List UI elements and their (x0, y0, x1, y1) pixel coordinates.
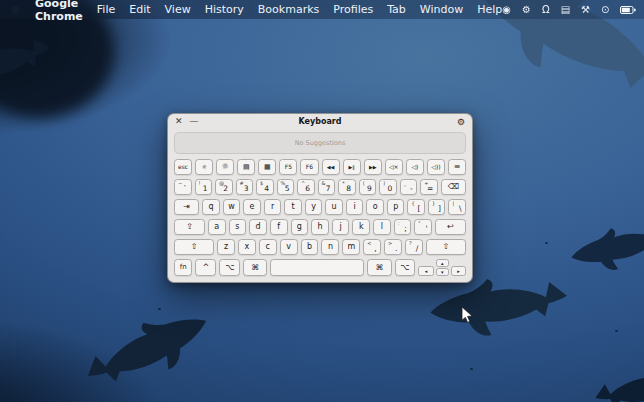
key-g[interactable]: g (291, 219, 309, 235)
menu-item-tab[interactable]: Tab (387, 3, 406, 16)
key-0[interactable]: )0 (379, 179, 397, 195)
key-o[interactable]: o (366, 199, 384, 215)
key-bracket-close[interactable]: }] (428, 199, 446, 215)
menu-app-name[interactable]: Google Chrome (35, 0, 83, 23)
keyboard-settings-button[interactable]: ⚙ (457, 117, 465, 127)
key-f5[interactable]: F5 (279, 159, 297, 175)
menu-item-file[interactable]: File (97, 3, 115, 16)
key-l[interactable]: l (373, 219, 391, 235)
key-play-pause[interactable]: ▶∥ (343, 159, 361, 175)
key-option-right[interactable]: ⌥ (395, 259, 416, 276)
key-y[interactable]: y (305, 199, 323, 215)
key-delete[interactable]: ⌫ (441, 179, 466, 195)
key-p[interactable]: p (387, 199, 405, 215)
key-4[interactable]: $4 (256, 179, 274, 195)
key-period[interactable]: >. (384, 239, 402, 255)
key-control[interactable]: ^ (195, 259, 216, 276)
menu-item-edit[interactable]: Edit (129, 3, 150, 16)
key-a[interactable]: a (208, 219, 226, 235)
key-b[interactable]: b (301, 239, 319, 255)
tools-icon[interactable]: ⚒ (581, 5, 590, 15)
key-r[interactable]: r (264, 199, 282, 215)
window-title-bar[interactable]: ✕ — Keyboard ⚙ (168, 114, 472, 129)
key-x[interactable]: x (238, 239, 256, 255)
key-arrow-up[interactable]: ▴ (436, 259, 449, 267)
key-q[interactable]: q (202, 199, 220, 215)
key-fn[interactable]: fn (174, 259, 192, 276)
key-6[interactable]: ^6 (297, 179, 315, 195)
menu-item-help[interactable]: Help (477, 3, 502, 16)
menu-bar-status: ◉⚙Ω▤⚒⊙▣● (502, 4, 644, 15)
key-c[interactable]: c (259, 239, 277, 255)
record-icon[interactable]: ◉ (502, 5, 511, 15)
key-volume-down[interactable]: ◁) (406, 159, 424, 175)
menu-item-profiles[interactable]: Profiles (333, 3, 373, 16)
key-menu[interactable]: ≡ (448, 159, 466, 175)
key-2[interactable]: @2 (215, 179, 233, 195)
key-shift-left[interactable]: ⇧ (174, 239, 214, 255)
menu-item-view[interactable]: View (165, 3, 191, 16)
key-brightness-up[interactable]: ☼ (216, 159, 234, 175)
menu-item-window[interactable]: Window (420, 3, 463, 16)
menu-item-history[interactable]: History (205, 3, 244, 16)
keyboard-icon[interactable]: ▤ (561, 5, 570, 15)
key-mute[interactable]: ◁× (385, 159, 403, 175)
key-1[interactable]: !1 (195, 179, 213, 195)
key-brightness-down[interactable]: ☼ (195, 159, 213, 175)
gear-icon[interactable]: ⚙ (522, 5, 531, 15)
key-j[interactable]: j (332, 219, 350, 235)
key-volume-up[interactable]: ◁)) (427, 159, 445, 175)
key-slash[interactable]: ?/ (405, 239, 423, 255)
key-9[interactable]: (9 (359, 179, 377, 195)
key-esc[interactable]: esc (174, 159, 192, 175)
key-semicolon[interactable]: :; (394, 219, 412, 235)
key-arrow-left[interactable]: ◂ (418, 266, 433, 276)
key-n[interactable]: n (321, 239, 339, 255)
key-shift-right[interactable]: ⇧ (426, 239, 466, 255)
apple-menu[interactable] (10, 3, 21, 16)
key-arrow-down[interactable]: ▾ (436, 268, 449, 276)
key--[interactable]: _- (400, 179, 418, 195)
key-h[interactable]: h (311, 219, 329, 235)
key-launchpad[interactable]: ▦ (258, 159, 276, 175)
key-fast-forward[interactable]: ▶▶ (364, 159, 382, 175)
key-backslash[interactable]: |\ (448, 199, 466, 215)
headphones-icon[interactable]: Ω (542, 5, 550, 15)
key-rewind[interactable]: ◀◀ (322, 159, 340, 175)
key-8[interactable]: *8 (338, 179, 356, 195)
key-v[interactable]: v (280, 239, 298, 255)
key-i[interactable]: i (346, 199, 364, 215)
key-option-left[interactable]: ⌥ (219, 259, 240, 276)
shark-silhouette (74, 293, 226, 402)
key-command-left[interactable]: ⌘ (243, 259, 267, 276)
key-mission-control[interactable]: ▤ (237, 159, 255, 175)
key-7[interactable]: &7 (318, 179, 336, 195)
key-command-right[interactable]: ⌘ (367, 259, 391, 276)
key-3[interactable]: #3 (236, 179, 254, 195)
key-tab[interactable]: ⇥ (174, 199, 199, 215)
key-m[interactable]: m (342, 239, 360, 255)
battery-icon[interactable] (620, 6, 636, 14)
key-s[interactable]: s (229, 219, 247, 235)
key-=[interactable]: += (420, 179, 438, 195)
key-bracket-open[interactable]: {[ (407, 199, 425, 215)
key-space[interactable] (270, 259, 364, 276)
key-backtick[interactable]: ~` (174, 179, 192, 195)
key-z[interactable]: z (217, 239, 235, 255)
menu-item-bookmarks[interactable]: Bookmarks (258, 3, 319, 16)
key-u[interactable]: u (325, 199, 343, 215)
key-e[interactable]: e (243, 199, 261, 215)
key-w[interactable]: w (223, 199, 241, 215)
key-quote[interactable]: "' (414, 219, 432, 235)
key-d[interactable]: d (249, 219, 267, 235)
key-k[interactable]: k (352, 219, 370, 235)
key-t[interactable]: t (284, 199, 302, 215)
key-f6[interactable]: F6 (300, 159, 318, 175)
key-caps-lock[interactable]: ⇪ (174, 219, 205, 235)
key-5[interactable]: %5 (277, 179, 295, 195)
key-comma[interactable]: <, (363, 239, 381, 255)
key-f[interactable]: f (270, 219, 288, 235)
screen-record-icon[interactable]: ⊙ (601, 5, 609, 15)
key-arrow-right[interactable]: ▸ (451, 266, 466, 276)
key-return[interactable]: ↩ (435, 219, 466, 235)
